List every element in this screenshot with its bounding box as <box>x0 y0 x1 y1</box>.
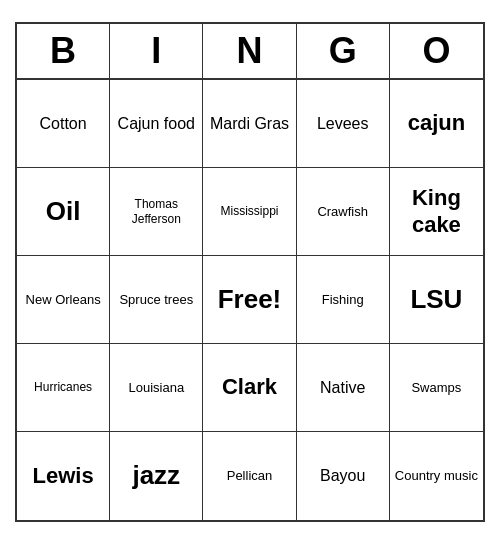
bingo-header: BINGO <box>17 24 483 80</box>
cell-text-8: Crawfish <box>317 204 368 220</box>
bingo-cell-20: Lewis <box>17 432 110 520</box>
cell-text-19: Swamps <box>411 380 461 396</box>
cell-text-16: Louisiana <box>128 380 184 396</box>
cell-text-1: Cajun food <box>118 114 195 133</box>
bingo-cell-24: Country music <box>390 432 483 520</box>
cell-text-13: Fishing <box>322 292 364 308</box>
header-letter-I: I <box>110 24 203 78</box>
cell-text-12: Free! <box>218 284 282 315</box>
bingo-cell-22: Pellican <box>203 432 296 520</box>
bingo-cell-5: Oil <box>17 168 110 256</box>
bingo-cell-16: Louisiana <box>110 344 203 432</box>
cell-text-6: Thomas Jefferson <box>114 197 198 226</box>
bingo-cell-18: Native <box>297 344 390 432</box>
bingo-cell-1: Cajun food <box>110 80 203 168</box>
bingo-cell-11: Spruce trees <box>110 256 203 344</box>
bingo-grid: CottonCajun foodMardi GrasLeveescajunOil… <box>17 80 483 520</box>
cell-text-3: Levees <box>317 114 369 133</box>
bingo-cell-21: jazz <box>110 432 203 520</box>
bingo-card: BINGO CottonCajun foodMardi GrasLeveesca… <box>15 22 485 522</box>
cell-text-10: New Orleans <box>26 292 101 308</box>
header-letter-N: N <box>203 24 296 78</box>
bingo-cell-14: LSU <box>390 256 483 344</box>
cell-text-5: Oil <box>46 196 81 227</box>
bingo-cell-15: Hurricanes <box>17 344 110 432</box>
cell-text-22: Pellican <box>227 468 273 484</box>
header-letter-B: B <box>17 24 110 78</box>
bingo-cell-7: Mississippi <box>203 168 296 256</box>
cell-text-15: Hurricanes <box>34 380 92 394</box>
cell-text-0: Cotton <box>40 114 87 133</box>
cell-text-4: cajun <box>408 110 465 136</box>
cell-text-18: Native <box>320 378 365 397</box>
bingo-cell-12: Free! <box>203 256 296 344</box>
bingo-cell-6: Thomas Jefferson <box>110 168 203 256</box>
bingo-cell-9: King cake <box>390 168 483 256</box>
header-letter-O: O <box>390 24 483 78</box>
cell-text-11: Spruce trees <box>119 292 193 308</box>
cell-text-20: Lewis <box>33 463 94 489</box>
bingo-cell-2: Mardi Gras <box>203 80 296 168</box>
bingo-cell-19: Swamps <box>390 344 483 432</box>
bingo-cell-23: Bayou <box>297 432 390 520</box>
bingo-cell-4: cajun <box>390 80 483 168</box>
cell-text-14: LSU <box>410 284 462 315</box>
cell-text-23: Bayou <box>320 466 365 485</box>
bingo-cell-8: Crawfish <box>297 168 390 256</box>
cell-text-24: Country music <box>395 468 478 484</box>
bingo-cell-0: Cotton <box>17 80 110 168</box>
bingo-cell-3: Levees <box>297 80 390 168</box>
cell-text-17: Clark <box>222 374 277 400</box>
cell-text-7: Mississippi <box>220 204 278 218</box>
cell-text-2: Mardi Gras <box>210 114 289 133</box>
header-letter-G: G <box>297 24 390 78</box>
bingo-cell-10: New Orleans <box>17 256 110 344</box>
cell-text-21: jazz <box>132 460 180 491</box>
bingo-cell-17: Clark <box>203 344 296 432</box>
cell-text-9: King cake <box>394 185 479 238</box>
bingo-cell-13: Fishing <box>297 256 390 344</box>
